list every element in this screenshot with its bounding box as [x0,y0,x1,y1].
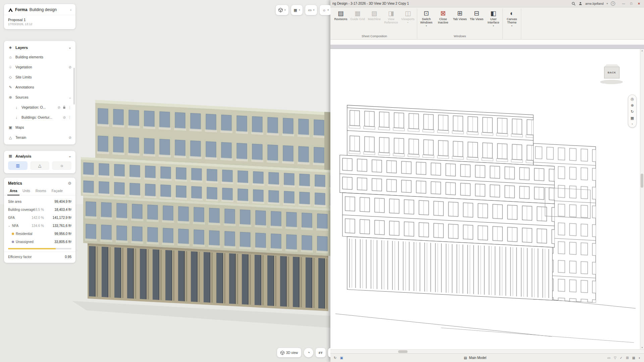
sun-icon: ☼ [60,163,64,168]
ribbon-button-revisions[interactable]: ▤ Revisions [332,8,349,21]
scene-layers-button[interactable]: ▾ [276,5,288,15]
layer-row-building-elements[interactable]: ⌂ Building elements [4,52,75,62]
help-icon[interactable]: ? [611,1,615,6]
grid-icon[interactable]: ▦ [632,356,635,360]
chevron-down-icon: ▾ [327,9,329,11]
check-icon[interactable]: ✓ [620,356,623,360]
analysis-title: Analysis [15,154,31,158]
tab-area[interactable]: Area [7,188,19,195]
vertical-scrollbar-thumb[interactable] [641,174,643,188]
building-elements-icon: ⌂ [8,55,13,59]
viewcube-front-face[interactable]: BACK [604,67,620,78]
close-button[interactable]: ✕ [635,1,643,7]
ribbon-button-tile-views[interactable]: ⊟ Tile Views [468,8,485,21]
revit-3d-viewport[interactable]: BACK ◎ ⊕ ↻ ▦ ▾ ▴ ▾ [330,49,644,349]
ribbon-button-close-inactive[interactable]: ⊠ Close Inactive [435,8,451,24]
ribbon-group-label[interactable]: Sheet Composition [332,34,416,39]
horizontal-scrollbar[interactable] [330,349,644,353]
scroll-down-icon[interactable]: ▾ [642,346,643,349]
active-model-indicator[interactable]: ▤ Main Model [464,356,486,360]
scroll-up-icon[interactable]: ▴ [642,49,643,52]
tab-rooms[interactable]: Rooms [33,188,49,195]
ribbon-button-tab-views[interactable]: ⊞ Tab Views [451,8,468,21]
residential-share-fill [8,248,56,249]
viewcube[interactable]: BACK [604,64,620,78]
view-mode-button[interactable]: ▦ ▾ [291,5,303,15]
sun-settings-button[interactable]: ☼ ▾ [320,5,330,15]
forma-header-card: Forma Building design › Proposal 1 17/03… [4,4,75,29]
maximize-button[interactable]: □ [628,1,635,7]
layer-row-source-buildings[interactable]: ↓ Buildings: Overtur... ⊘ ⋮ [4,112,75,122]
layer-row-terrain[interactable]: △ Terrain ⊘ [4,132,75,142]
layer-row-source-vegetation[interactable]: ↓ Vegetation: O... ⊘ ⋮ [4,102,75,112]
layer-row-vegetation[interactable]: ♧ Vegetation ⊘ [4,62,75,72]
vertical-scrollbar[interactable]: ▴ ▾ [640,49,644,349]
layers-header[interactable]: ◈ Layers ⌄ [4,42,75,52]
kebab-menu-icon[interactable]: ⋮ [68,106,71,109]
measure-button[interactable]: ▭ ▾ [305,5,317,15]
metric-row-building-coverage: Building coverage 18.5 % 18,403.4 ft² [8,205,71,214]
tab-units[interactable]: Units [20,188,33,195]
ribbon-button-user-interface[interactable]: ◧ User Interface ▾ [485,8,502,27]
efficiency-label: Efficiency factor [8,255,32,259]
layer-row-site-limits[interactable]: ◇ Site Limits [4,72,75,82]
layer-row-annotations[interactable]: ✎ Annotations [4,82,75,92]
horizontal-scrollbar-thumb[interactable] [398,350,408,353]
zoom-icon[interactable]: ⊕ [631,104,634,107]
analysis-panel: ▦ Analysis ⌄ ▥ △ ☼ [4,151,75,173]
sun-study-button[interactable]: ◔ [304,348,313,357]
unit-toggle-button[interactable]: FT [316,348,326,357]
plus-grid-icon[interactable]: ⊞ [626,356,629,360]
chevron-down-icon[interactable]: ▾ [606,2,608,5]
visibility-off-icon[interactable]: ⊘ [58,106,60,109]
canvas-theme-icon: ◐ [510,9,514,17]
ribbon-group-label[interactable]: Windows [418,34,502,39]
visibility-off-icon[interactable]: ⊘ [69,136,71,139]
navigation-bar: ◎ ⊕ ↻ ▦ ▾ [628,95,637,128]
proposal-item[interactable]: Proposal 1 17/03/2026, 13:12 [4,15,75,29]
screen: ▾ ▦ ▾ ▭ ▾ ☼ ▾ Forma Building design › [0,0,644,362]
kebab-menu-icon[interactable]: ⋮ [68,116,71,119]
viewcube-top-face[interactable] [604,64,620,67]
steering-wheel-icon[interactable]: ◎ [631,97,634,101]
metrics-title: Metrics [8,181,22,186]
close-inactive-icon: ⊠ [440,9,446,17]
minimize-button[interactable]: — [620,1,627,7]
search-icon[interactable] [572,2,576,6]
layer-row-sources[interactable]: ⊕ Sources ⌄ [4,92,75,102]
ribbon-button-switch-windows[interactable]: ⊡ Switch Windows ▾ [418,8,435,27]
forma-bottom-bar: 3D view ◔ FT [0,348,330,357]
chevron-down-icon[interactable]: ⌄ [69,96,71,99]
user-avatar-icon[interactable] [579,2,582,5]
refresh-icon[interactable]: ↻ [334,356,336,360]
project-header[interactable]: Forma Building design › [4,4,75,15]
layer-label: Building elements [15,55,43,59]
analysis-terrain-button[interactable]: △ [30,161,50,170]
visibility-off-icon[interactable]: ⊘ [63,116,66,119]
worksharing-icon[interactable]: ▣ [340,356,343,360]
analysis-sun-button[interactable]: ☼ [52,161,71,170]
view-switcher-button[interactable]: 3D view [277,348,301,357]
select-box-icon[interactable]: ▭ [607,356,610,360]
analysis-area-button[interactable]: ▥ [8,161,28,170]
vegetation-icon: ♧ [8,65,13,69]
views-icon[interactable]: ▦ [631,116,634,120]
ribbon-button-view-reference: ◨ View Reference [383,8,399,24]
metric-row-nfa[interactable]: ⌄ NFA 134.6 % 133,761.6 ft² [8,222,71,230]
analysis-header[interactable]: ▦ Analysis ⌄ [4,151,75,161]
ribbon-button-canvas-theme[interactable]: ◐ Canvas Theme ▾ [503,8,520,27]
theme-icon[interactable]: ◐ [639,356,641,360]
orbit-icon[interactable]: ↻ [631,110,634,114]
ribbon-button-guide-grid: ▦ Guide Grid [349,8,366,21]
clipped-toolbar-button[interactable] [328,348,330,357]
residential-color-dot [12,233,14,235]
layers-scrollbar-thumb[interactable] [73,68,75,105]
filter-icon[interactable]: ▽ [614,356,616,360]
layer-row-maps[interactable]: ▣ Maps [4,122,75,132]
tab-facade[interactable]: Façade [49,188,65,195]
visibility-off-icon[interactable]: ⊘ [69,65,71,69]
account-username[interactable]: arne.bjelland [585,2,603,5]
revit-window: ng Design - 3-17-2026 - 3D View 3D View … [330,0,644,362]
gear-icon[interactable]: ⚙ [68,181,71,186]
chevron-down-icon[interactable]: ▾ [632,123,633,125]
